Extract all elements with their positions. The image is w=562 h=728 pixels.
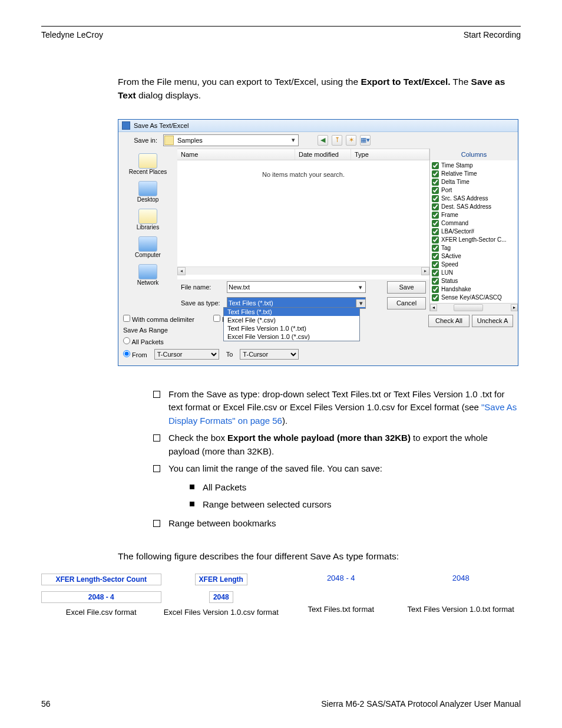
column-checkbox[interactable]: Speed bbox=[432, 261, 516, 269]
column-checkbox[interactable]: LUN bbox=[432, 269, 516, 277]
header-left: Teledyne LeCroy bbox=[41, 30, 103, 39]
format-cell: 2048 bbox=[209, 591, 233, 603]
format-cell: XFER Length bbox=[195, 574, 247, 585]
chevron-down-icon[interactable]: ▾ bbox=[356, 284, 365, 291]
intro-paragraph: From the File menu, you can export to Te… bbox=[118, 75, 521, 103]
scroll-right-icon[interactable]: ▸ bbox=[421, 267, 429, 275]
format-text: 2048 - 4 bbox=[281, 574, 401, 582]
column-checkbox[interactable]: XFER Length-Sector C... bbox=[432, 236, 516, 244]
column-checkbox[interactable]: Frame bbox=[432, 211, 516, 219]
save-type-label: Save as type: bbox=[181, 299, 222, 307]
column-checkbox[interactable]: Sense Key/ASC/ASCQ bbox=[432, 294, 516, 302]
view-icon[interactable]: ▦▾ bbox=[360, 135, 371, 146]
cancel-button[interactable]: Cancel bbox=[387, 297, 426, 309]
bullet-item: Range between bookmarks bbox=[153, 514, 521, 532]
scroll-left-icon[interactable]: ◂ bbox=[430, 304, 437, 311]
format-label: Excel File.csv format bbox=[41, 608, 161, 617]
sub-bullet-item: Range between selected cursors bbox=[190, 495, 521, 513]
dialog-title: Save As Text/Excel bbox=[134, 122, 189, 129]
formats-caption: The following figure describes the four … bbox=[118, 551, 521, 562]
desktop-icon bbox=[138, 181, 157, 196]
file-list-header: Name Date modified Type bbox=[177, 149, 429, 160]
nav-computer[interactable]: Computer bbox=[135, 236, 161, 258]
format-cell: 2048 - 4 bbox=[41, 591, 161, 603]
save-in-combo[interactable]: ▾ bbox=[163, 134, 299, 146]
col-type[interactable]: Type bbox=[351, 149, 429, 160]
file-name-input[interactable] bbox=[227, 282, 356, 292]
with-comma-checkbox[interactable]: With comma delimiter bbox=[123, 315, 194, 323]
formats-figure: XFER Length-Sector Count 2048 - 4 Excel … bbox=[41, 574, 521, 617]
type-opt[interactable]: Excel File (*.csv) bbox=[224, 316, 359, 324]
back-icon[interactable]: ◀ bbox=[318, 135, 328, 146]
page-number: 56 bbox=[41, 699, 51, 709]
save-in-label: Save in: bbox=[122, 137, 157, 144]
file-list: No items match your search. ◂ ▸ bbox=[177, 160, 429, 279]
column-checkbox[interactable]: Src. SAS Address bbox=[432, 195, 516, 203]
all-packets-radio[interactable]: All Packets bbox=[123, 337, 164, 345]
computer-icon bbox=[138, 236, 157, 252]
to-label: To bbox=[226, 351, 233, 358]
type-opt[interactable]: Text Files (*.txt) bbox=[224, 308, 359, 316]
column-checkbox[interactable]: LBA/Sector# bbox=[432, 228, 516, 236]
manual-title: Sierra M6-2 SAS/SATA Protocol Analyzer U… bbox=[321, 699, 521, 709]
file-name-combo[interactable]: ▾ bbox=[227, 281, 366, 293]
format-cell: XFER Length-Sector Count bbox=[41, 574, 161, 585]
places-nav: Recent Places Desktop Libraries Computer… bbox=[118, 149, 177, 311]
file-name-label: File name: bbox=[181, 284, 222, 291]
nav-network[interactable]: Network bbox=[137, 264, 159, 286]
format-label: Excel Files Version 1.0.csv format bbox=[161, 608, 282, 617]
from-radio[interactable]: From bbox=[123, 350, 147, 358]
libraries-icon bbox=[138, 209, 157, 224]
nav-libraries[interactable]: Libraries bbox=[137, 209, 159, 230]
column-checkbox[interactable]: Command bbox=[432, 219, 516, 228]
chevron-down-icon[interactable]: ▾ bbox=[289, 136, 298, 144]
check-all-button[interactable]: Check All bbox=[428, 315, 470, 327]
col-date[interactable]: Date modified bbox=[295, 149, 351, 160]
col-name[interactable]: Name bbox=[177, 149, 295, 160]
scroll-thumb[interactable] bbox=[454, 304, 483, 311]
bullet-item: Check the box Export the whole payload (… bbox=[153, 429, 521, 459]
save-type-dropdown[interactable]: Text Files (*.txt) Excel File (*.csv) Te… bbox=[223, 307, 360, 341]
up-icon[interactable]: ⤒ bbox=[332, 135, 342, 146]
network-icon bbox=[138, 264, 157, 279]
folder-icon bbox=[164, 136, 174, 145]
format-label: Text Files Version 1.0.txt format bbox=[401, 605, 521, 614]
app-icon bbox=[122, 121, 130, 130]
column-checkbox[interactable]: Time Stamp bbox=[432, 162, 516, 170]
column-checkbox[interactable]: Tag bbox=[432, 244, 516, 252]
nav-recent[interactable]: Recent Places bbox=[129, 153, 167, 175]
to-cursor-select[interactable]: T-Cursor bbox=[240, 349, 299, 360]
type-opt[interactable]: Excel File Version 1.0 (*.csv) bbox=[224, 332, 359, 341]
dialog-titlebar: Save As Text/Excel bbox=[118, 120, 518, 132]
nav-desktop[interactable]: Desktop bbox=[137, 181, 159, 203]
columns-title: Columns bbox=[430, 149, 518, 160]
no-items-text: No items match your search. bbox=[262, 171, 345, 178]
header-right: Start Recording bbox=[464, 30, 521, 39]
recent-icon bbox=[138, 153, 157, 169]
horizontal-scrollbar[interactable]: ◂ ▸ bbox=[177, 266, 429, 275]
type-opt[interactable]: Text Files Version 1.0 (*.txt) bbox=[224, 324, 359, 332]
column-checkbox[interactable]: Port bbox=[432, 186, 516, 195]
scroll-right-icon[interactable]: ▸ bbox=[511, 304, 518, 311]
column-checkbox[interactable]: Dest. SAS Address bbox=[432, 203, 516, 211]
column-checkbox[interactable]: Relative Time bbox=[432, 170, 516, 178]
sub-bullet-item: All Packets bbox=[190, 478, 521, 496]
save-dialog: Save As Text/Excel Save in: ▾ ◀ ⤒ ✶ ▦▾ R… bbox=[118, 119, 518, 366]
save-in-input[interactable] bbox=[176, 136, 289, 145]
format-text: 2048 bbox=[401, 574, 521, 582]
chevron-down-icon[interactable]: ▾ bbox=[356, 299, 365, 307]
uncheck-all-button[interactable]: Uncheck A bbox=[472, 315, 513, 327]
columns-scrollbar[interactable]: ◂ ▸ bbox=[430, 303, 518, 311]
new-folder-icon[interactable]: ✶ bbox=[346, 135, 356, 146]
column-checkbox[interactable]: SActive bbox=[432, 252, 516, 261]
scroll-left-icon[interactable]: ◂ bbox=[177, 267, 186, 275]
bullet-item: You can limit the range of the saved fil… bbox=[153, 459, 521, 514]
bullet-item: From the Save as type: drop-down select … bbox=[153, 385, 521, 429]
save-button[interactable]: Save bbox=[387, 281, 426, 294]
from-cursor-select[interactable]: T-Cursor bbox=[154, 349, 219, 360]
column-checkbox[interactable]: Handshake bbox=[432, 285, 516, 294]
columns-panel: Columns Time Stamp Relative Time Delta T… bbox=[429, 149, 518, 311]
column-checkbox[interactable]: Status bbox=[432, 277, 516, 285]
column-checkbox[interactable]: Delta Time bbox=[432, 178, 516, 186]
save-as-range-label: Save As Range bbox=[123, 327, 168, 334]
